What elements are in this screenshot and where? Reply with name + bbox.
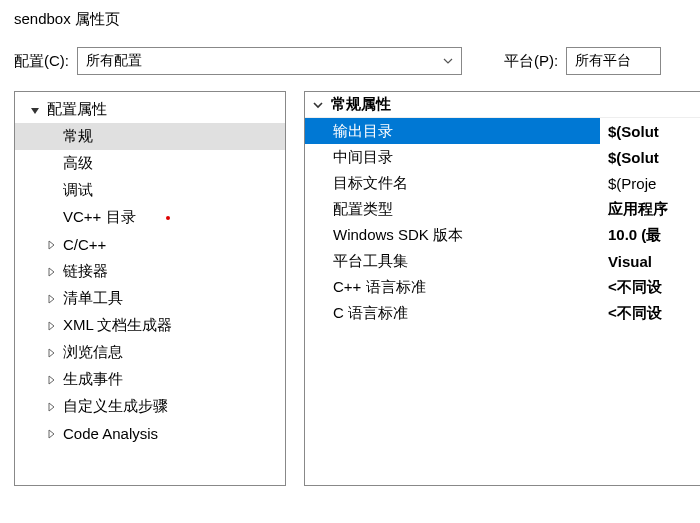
toolbar: 配置(C): 所有配置 平台(P): 所有平台 — [0, 47, 700, 85]
arrow-collapsed-icon — [45, 374, 57, 386]
config-dropdown-value: 所有配置 — [86, 52, 142, 70]
property-label: C++ 语言标准 — [305, 274, 600, 300]
config-label: 配置(C): — [14, 52, 69, 71]
window-title: sendbox 属性页 — [0, 0, 700, 47]
property-value[interactable]: Visual — [600, 248, 700, 274]
property-value[interactable]: <不同设 — [600, 274, 700, 300]
property-value[interactable]: 10.0 (最 — [600, 222, 700, 248]
property-row[interactable]: C 语言标准<不同设 — [305, 300, 700, 326]
arrow-collapsed-icon — [45, 293, 57, 305]
platform-dropdown-value: 所有平台 — [575, 52, 631, 70]
group-header[interactable]: 常规属性 — [305, 92, 700, 118]
tree-item[interactable]: 调试 — [15, 177, 285, 204]
arrow-collapsed-icon — [45, 320, 57, 332]
tree-item-label: 浏览信息 — [63, 343, 123, 362]
tree-item-label: VC++ 目录 — [63, 208, 136, 227]
property-row[interactable]: 平台工具集Visual — [305, 248, 700, 274]
tree-root[interactable]: 配置属性 — [15, 96, 285, 123]
property-label: 平台工具集 — [305, 248, 600, 274]
change-marker-icon — [166, 216, 170, 220]
property-label: Windows SDK 版本 — [305, 222, 600, 248]
tree-root-label: 配置属性 — [47, 100, 107, 119]
tree-item[interactable]: VC++ 目录 — [15, 204, 285, 231]
platform-label: 平台(P): — [504, 52, 558, 71]
tree-item[interactable]: 常规 — [15, 123, 285, 150]
arrow-collapsed-icon — [45, 347, 57, 359]
property-label: 中间目录 — [305, 144, 600, 170]
property-value[interactable]: $(Solut — [600, 118, 700, 144]
props-panel: 常规属性 输出目录$(Solut中间目录$(Solut目标文件名$(Proje配… — [304, 91, 700, 486]
platform-dropdown[interactable]: 所有平台 — [566, 47, 661, 75]
tree-item-label: 生成事件 — [63, 370, 123, 389]
property-value[interactable]: <不同设 — [600, 300, 700, 326]
arrow-collapsed-icon — [45, 428, 57, 440]
tree-item[interactable]: C/C++ — [15, 231, 285, 258]
tree-item[interactable]: 清单工具 — [15, 285, 285, 312]
property-row[interactable]: 输出目录$(Solut — [305, 118, 700, 144]
arrow-collapsed-icon — [45, 266, 57, 278]
tree-item[interactable]: 自定义生成步骤 — [15, 393, 285, 420]
tree-panel: 配置属性 常规高级调试VC++ 目录C/C++链接器清单工具XML 文档生成器浏… — [14, 91, 286, 486]
tree-item-label: C/C++ — [63, 236, 106, 253]
property-value[interactable]: 应用程序 — [600, 196, 700, 222]
tree-item-label: 自定义生成步骤 — [63, 397, 168, 416]
tree-item-label: 高级 — [63, 154, 93, 173]
property-row[interactable]: 中间目录$(Solut — [305, 144, 700, 170]
property-row[interactable]: Windows SDK 版本10.0 (最 — [305, 222, 700, 248]
chevron-down-icon — [443, 58, 453, 64]
property-row[interactable]: 配置类型应用程序 — [305, 196, 700, 222]
arrow-collapsed-icon — [45, 239, 57, 251]
property-value[interactable]: $(Solut — [600, 144, 700, 170]
tree-item[interactable]: 高级 — [15, 150, 285, 177]
property-row[interactable]: 目标文件名$(Proje — [305, 170, 700, 196]
property-value[interactable]: $(Proje — [600, 170, 700, 196]
tree-item[interactable]: XML 文档生成器 — [15, 312, 285, 339]
group-label: 常规属性 — [331, 95, 391, 114]
tree-item-label: 常规 — [63, 127, 93, 146]
property-label: 输出目录 — [305, 118, 600, 144]
property-label: C 语言标准 — [305, 300, 600, 326]
tree-item[interactable]: 生成事件 — [15, 366, 285, 393]
tree-item-label: Code Analysis — [63, 425, 158, 442]
tree-item[interactable]: 链接器 — [15, 258, 285, 285]
chevron-expanded-icon — [311, 98, 325, 112]
property-row[interactable]: C++ 语言标准<不同设 — [305, 274, 700, 300]
property-label: 配置类型 — [305, 196, 600, 222]
tree-item-label: XML 文档生成器 — [63, 316, 172, 335]
property-label: 目标文件名 — [305, 170, 600, 196]
tree-item[interactable]: Code Analysis — [15, 420, 285, 447]
config-dropdown[interactable]: 所有配置 — [77, 47, 462, 75]
arrow-collapsed-icon — [45, 401, 57, 413]
tree-item-label: 调试 — [63, 181, 93, 200]
tree-item-label: 链接器 — [63, 262, 108, 281]
tree-item[interactable]: 浏览信息 — [15, 339, 285, 366]
main: 配置属性 常规高级调试VC++ 目录C/C++链接器清单工具XML 文档生成器浏… — [0, 85, 700, 486]
tree-item-label: 清单工具 — [63, 289, 123, 308]
arrow-expanded-icon — [29, 104, 41, 116]
